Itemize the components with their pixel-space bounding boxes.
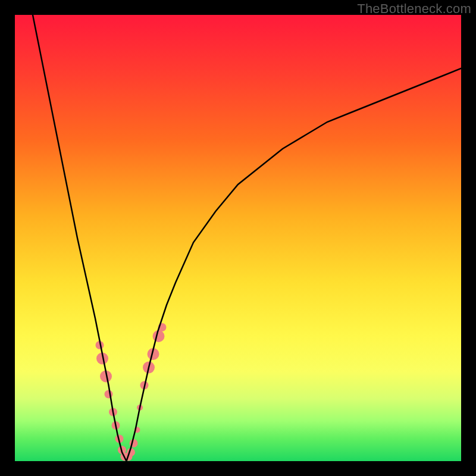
- bead-layer: [96, 323, 167, 461]
- bottleneck-curve: [33, 15, 461, 461]
- highlight-bead: [105, 390, 113, 399]
- chart-svg: [15, 15, 461, 461]
- highlight-bead: [153, 330, 165, 342]
- plot-area: [15, 15, 461, 461]
- watermark-text: TheBottleneck.com: [357, 1, 471, 17]
- chart-container: TheBottleneck.com: [0, 0, 476, 476]
